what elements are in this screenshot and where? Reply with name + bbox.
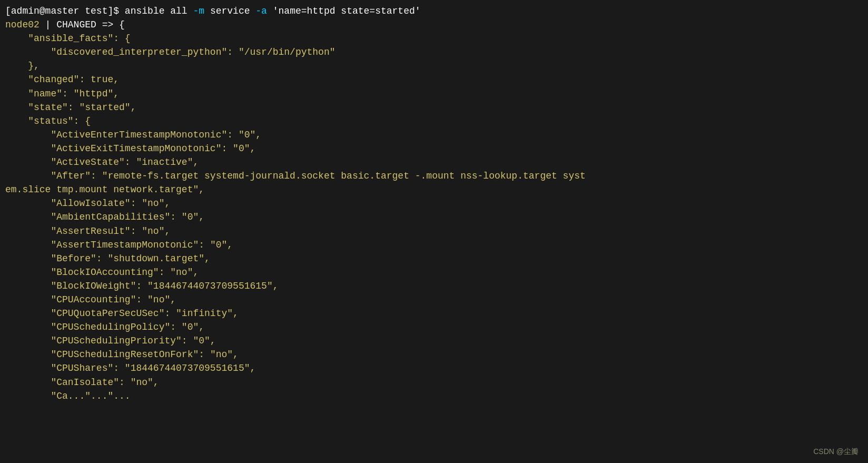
changed-line: "changed": true, [5, 73, 863, 86]
blockio-accounting-value: "no", [170, 267, 199, 278]
cpu-sched-policy-value: "0", [182, 322, 204, 332]
terminal-window: [admin@master test]$ ansible all -m serv… [0, 0, 868, 463]
assert-ts-key: "AssertTimestampMonotonic": [5, 240, 210, 250]
blockio-weight-line: "BlockIOWeight": "18446744073709551615", [5, 279, 863, 293]
cpu-quota-line: "CPUQuotaPerSecUSec": "infinity", [5, 307, 863, 320]
blockio-weight-key: "BlockIOWeight": [5, 281, 147, 291]
name-line: "name": "httpd", [5, 87, 863, 101]
cpu-sched-priority-key: "CPUSchedulingPriority": [5, 336, 193, 346]
arg-text: 'name=httpd state=started' [267, 6, 421, 16]
cpu-shares-key: "CPUShares": [5, 363, 125, 373]
cpu-shares-value: "18446744073709551615", [125, 363, 255, 373]
after-continued-text: em.slice tmp.mount network.target", [5, 184, 204, 195]
allow-isolate-value: "no", [142, 198, 170, 209]
blockio-accounting-key: "BlockIOAccounting": [5, 267, 170, 278]
ambient-caps-key: "AmbientCapabilities": [5, 212, 182, 222]
before-value: "shutdown.target", [107, 253, 210, 264]
cpu-quota-value: "infinity", [176, 308, 239, 319]
allow-isolate-key: "AllowIsolate": [5, 198, 142, 209]
can-isolate-value: "no", [131, 377, 159, 388]
cpu-sched-policy-key: "CPUSchedulingPolicy": [5, 322, 182, 332]
discovered-key: "discovered_interpreter_python": [5, 47, 239, 57]
cpu-shares-line: "CPUShares": "18446744073709551615", [5, 361, 863, 375]
cpu-sched-reset-key: "CPUSchedulingResetOnFork": [5, 349, 210, 360]
after-key: "After": [5, 171, 102, 181]
status-key: "status": { [5, 116, 91, 126]
assert-ts-value: "0", [210, 240, 233, 250]
flag-m: -m [193, 6, 204, 16]
status-open: "status": { [5, 114, 863, 128]
cpu-sched-reset-value: "no", [210, 349, 239, 360]
ellipsis-value: "..." [85, 391, 113, 401]
state-key: "state": [5, 102, 79, 113]
cpu-quota-key: "CPUQuotaPerSecUSec": [5, 308, 176, 319]
active-exit-ts-line: "ActiveExitTimestampMonotonic": "0", [5, 142, 863, 155]
cpu-accounting-value: "no", [147, 294, 176, 305]
assert-result-key: "AssertResult": [5, 226, 142, 237]
service-text: service [204, 6, 255, 16]
active-state-line: "ActiveState": "inactive", [5, 155, 863, 169]
after-line: "After": "remote-fs.target systemd-journ… [5, 169, 863, 183]
changed-value: true, [91, 74, 119, 85]
close-brace-text: }, [5, 61, 40, 71]
name-value: "httpd", [74, 88, 119, 99]
changed-key: "changed": [5, 74, 91, 85]
indent-text: "ansible_facts": { [5, 33, 131, 44]
cpu-sched-reset-line: "CPUSchedulingResetOnFork": "no", [5, 348, 863, 361]
changed-indicator: | CHANGED => { [40, 19, 125, 30]
active-enter-value: "0", [239, 130, 261, 140]
after-value: "remote-fs.target systemd-journald.socke… [102, 171, 586, 181]
command-line: [admin@master test]$ ansible all -m serv… [5, 4, 863, 18]
ambient-caps-value: "0", [182, 212, 204, 222]
can-isolate-line: "CanIsolate": "no", [5, 376, 863, 389]
assert-result-line: "AssertResult": "no", [5, 224, 863, 238]
active-exit-value: "0", [233, 143, 255, 154]
cpu-sched-priority-line: "CPUSchedulingPriority": "0", [5, 334, 863, 348]
state-line: "state": "started", [5, 101, 863, 114]
state-value: "started", [79, 102, 136, 113]
assert-result-value: "no", [142, 226, 170, 237]
node-changed-line: node02 | CHANGED => { [5, 18, 863, 32]
cpu-sched-priority-value: "0", [193, 336, 215, 346]
node-name: node02 [5, 19, 40, 30]
discovered-interpreter-line: "discovered_interpreter_python": "/usr/b… [5, 45, 863, 59]
close-brace-comma: }, [5, 59, 863, 73]
cpu-accounting-line: "CPUAccounting": "no", [5, 293, 863, 307]
active-enter-ts-line: "ActiveEnterTimestampMonotonic": "0", [5, 128, 863, 142]
prompt-user: [admin@master test]$ [5, 6, 119, 16]
blockio-weight-value: "18446744073709551615", [147, 281, 278, 291]
name-key: "name": [5, 88, 74, 99]
active-state-value: "inactive", [136, 157, 199, 168]
before-line: "Before": "shutdown.target", [5, 252, 863, 265]
allow-isolate-line: "AllowIsolate": "no", [5, 196, 863, 210]
blockio-accounting-line: "BlockIOAccounting": "no", [5, 265, 863, 279]
cpu-accounting-key: "CPUAccounting": [5, 294, 147, 305]
flag-a: -a [255, 6, 267, 16]
ambient-caps-line: "AmbientCapabilities": "0", [5, 210, 863, 224]
active-state-key: "ActiveState": [5, 157, 136, 168]
before-key: "Before": [5, 253, 107, 264]
discovered-value: "/usr/bin/python" [239, 47, 336, 57]
ansible-facts-key: "ansible_facts": { [5, 32, 863, 45]
cpu-sched-policy-line: "CPUSchedulingPolicy": "0", [5, 320, 863, 334]
command-text: ansible all [119, 6, 193, 16]
assert-ts-line: "AssertTimestampMonotonic": "0", [5, 238, 863, 252]
ellipsis-line: "Ca..."..."... [5, 389, 863, 403]
active-enter-key: "ActiveEnterTimestampMonotonic": [5, 130, 239, 140]
can-isolate-key: "CanIsolate": [5, 377, 131, 388]
ellipsis-text: "Ca... [5, 391, 85, 401]
after-continued: em.slice tmp.mount network.target", [5, 183, 863, 196]
active-exit-key: "ActiveExitTimestampMonotonic": [5, 143, 233, 154]
csdn-watermark: CSDN @尘瓣 [813, 446, 859, 457]
